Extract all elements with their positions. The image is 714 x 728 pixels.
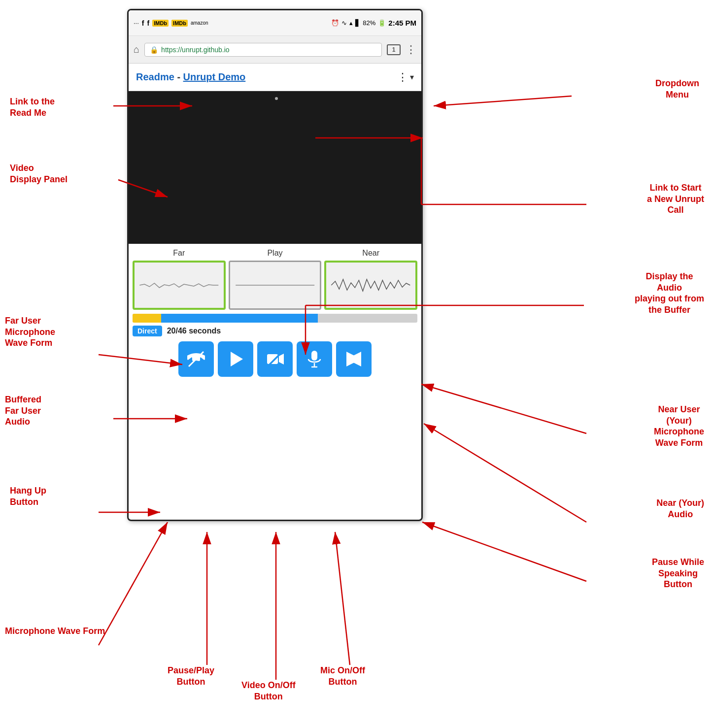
svg-line-12 — [434, 96, 572, 106]
status-right: ⏰ ∿ ▴ ▋ 82% 🔋 2:45 PM — [331, 19, 416, 27]
signal-bars-icon: ▋ — [355, 19, 360, 27]
signal-icon: ▴ — [349, 19, 353, 27]
annotation-display-audio: Display the Audio playing out from the B… — [635, 271, 704, 315]
play-waveform-box — [229, 261, 322, 310]
video-display-panel — [129, 91, 421, 244]
control-buttons — [129, 336, 421, 384]
annotation-video-panel: Video Display Panel — [10, 163, 68, 185]
annotation-dropdown-menu: Dropdown Menu — [655, 78, 699, 100]
page-title-bar: Readme - Unrupt Demo ⋮ ▾ — [129, 64, 421, 91]
annotation-near-your-audio: Near (Your) Audio — [656, 497, 704, 520]
annotation-hang-up: Hang Up Button — [10, 485, 46, 507]
buffer-bar-container — [129, 310, 421, 323]
facebook-icon: f — [142, 19, 144, 27]
pause-play-icon — [226, 349, 245, 369]
imdb2-icon: IMDb — [171, 20, 188, 27]
vertical-dots-icon[interactable]: ⋮ — [397, 71, 408, 84]
svg-line-27 — [335, 532, 350, 665]
annotation-video-onoff: Video On/Off Button — [241, 680, 296, 702]
play-waveform-col: Play — [229, 249, 322, 310]
annotation-pause-play: Pause/Play Button — [168, 665, 214, 687]
near-label: Near — [362, 249, 379, 258]
far-waveform-svg — [139, 270, 219, 300]
readme-link[interactable]: Readme — [136, 71, 174, 82]
page-title-text: Readme - Unrupt Demo — [136, 71, 245, 83]
alarm-icon: ⏰ — [331, 19, 339, 27]
url-bar: ⌂ 🔒 https://unrupt.github.io 1 ⋮ — [129, 36, 421, 64]
hang-up-icon — [186, 349, 206, 369]
notification-icon: ··· — [134, 19, 139, 27]
amazon-icon: amazon — [191, 20, 208, 26]
phone-frame: ··· f f IMDb IMDb amazon ⏰ ∿ ▴ ▋ 82% 🔋 2… — [127, 9, 423, 521]
buffer-bar-blue — [161, 314, 318, 323]
page-title-menu[interactable]: ⋮ ▾ — [397, 71, 414, 84]
status-icons: ··· f f IMDb IMDb amazon — [134, 19, 208, 27]
play-waveform-svg — [235, 270, 315, 300]
annotation-link-start: Link to Start a New Unrupt Call — [647, 182, 704, 216]
near-waveform-svg — [331, 270, 411, 300]
video-dot — [275, 97, 278, 100]
svg-marker-1 — [231, 352, 243, 366]
annotation-pause-speaking: Pause While Speaking Button — [652, 557, 704, 590]
direct-badge: Direct — [133, 326, 162, 336]
imdb-icon: IMDb — [152, 20, 169, 27]
wifi-icon: ∿ — [341, 19, 347, 27]
demo-link[interactable]: Unrupt Demo — [183, 71, 246, 82]
svg-rect-5 — [311, 351, 317, 361]
home-icon[interactable]: ⌂ — [134, 44, 139, 55]
buffer-bar-track — [133, 314, 417, 323]
buffer-bar-yellow — [133, 314, 161, 323]
playback-info: Direct 20/46 seconds — [129, 323, 421, 336]
video-onoff-icon — [265, 349, 285, 369]
waveform-section: Far Play Near — [129, 244, 421, 310]
annotation-mic-wave-form: Microphone Wave Form — [5, 626, 105, 637]
pause-speaking-icon — [344, 349, 364, 369]
status-time: 2:45 PM — [388, 19, 416, 27]
annotation-link-readme: Link to the Read Me — [10, 96, 55, 118]
mic-onoff-icon — [305, 349, 324, 369]
url-text: https://unrupt.github.io — [161, 46, 230, 54]
annotation-far-user-mic: Far User Microphone Wave Form — [5, 315, 55, 349]
lock-icon: 🔒 — [150, 46, 158, 54]
mic-onoff-button[interactable] — [297, 341, 332, 377]
playback-time: 20/46 seconds — [167, 327, 221, 335]
annotation-buffered-far-audio: Buffered Far User Audio — [5, 394, 41, 428]
svg-line-20 — [421, 384, 586, 433]
status-bar: ··· f f IMDb IMDb amazon ⏰ ∿ ▴ ▋ 82% 🔋 2… — [129, 10, 421, 36]
svg-line-28 — [99, 522, 168, 645]
battery-pct: 82% — [363, 19, 375, 27]
facebook2-icon: f — [147, 19, 150, 27]
svg-line-22 — [424, 424, 586, 522]
pause-play-button[interactable] — [218, 341, 253, 377]
near-waveform-col: Near — [324, 249, 417, 310]
title-dash: - — [177, 71, 183, 82]
battery-icon: 🔋 — [378, 19, 386, 27]
video-onoff-button[interactable] — [257, 341, 293, 377]
url-input[interactable]: 🔒 https://unrupt.github.io — [144, 43, 382, 57]
tab-count[interactable]: 1 — [387, 44, 401, 55]
far-waveform-col: Far — [133, 249, 226, 310]
play-label: Play — [267, 249, 282, 258]
svg-line-24 — [422, 522, 586, 581]
near-waveform-box — [324, 261, 417, 310]
pause-speaking-button[interactable] — [336, 341, 372, 377]
far-waveform-box — [133, 261, 226, 310]
far-label: Far — [173, 249, 185, 258]
annotation-near-user-mic: Near User (Your) Microphone Wave Form — [654, 404, 704, 448]
dropdown-arrow-icon[interactable]: ▾ — [410, 72, 414, 82]
annotation-mic-onoff: Mic On/Off Button — [320, 665, 365, 687]
hang-up-button[interactable] — [178, 341, 214, 377]
browser-menu-icon[interactable]: ⋮ — [406, 43, 416, 56]
